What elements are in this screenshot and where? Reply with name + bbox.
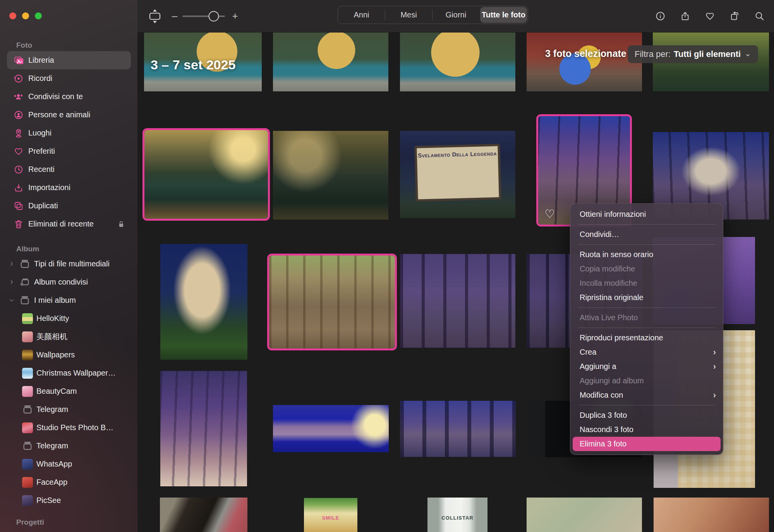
photo-thumbnail-smile-card[interactable]: SMILE	[304, 498, 357, 532]
info-icon[interactable]	[655, 11, 666, 21]
context-menu: Ottieni informazioniCondividi…Ruota in s…	[570, 203, 723, 455]
menu-item-nascondi-3-foto[interactable]: Nascondi 3 foto	[570, 422, 723, 437]
photo-thumbnail-hand-closeup[interactable]	[654, 498, 769, 532]
sidebar-item-ricordi[interactable]: Ricordi	[7, 69, 131, 88]
sidebar-item-tipi-di-file-multimediali[interactable]: Tipi di file multimediali	[7, 255, 131, 273]
photo-thumbnail-collistar-tube[interactable]: COLLISTAR	[427, 498, 487, 532]
submenu-chevron-icon: ›	[713, 347, 716, 357]
sidebar-item-telegram[interactable]: Telegram	[7, 437, 131, 455]
sidebar-item-faceapp[interactable]: FaceApp	[7, 473, 131, 491]
close-window-button[interactable]	[9, 12, 16, 19]
sidebar-item-label: Tipi di file multimediali	[34, 259, 110, 268]
sidebar-item-label: 美颜相机	[36, 331, 67, 342]
photo-thumbnail-cannon-pond-dark[interactable]	[273, 131, 388, 220]
sidebar-item-eliminati-di-recente[interactable]: Eliminati di recente	[7, 215, 131, 233]
favorite-icon[interactable]	[705, 11, 715, 21]
zoom-slider-knob[interactable]	[209, 11, 219, 21]
rotate-icon[interactable]	[729, 11, 740, 21]
menu-item-ripristina-originale[interactable]: Ripristina originale	[570, 290, 723, 305]
menu-item-label: Modifica con	[580, 391, 623, 400]
sidebar-item-importazioni[interactable]: Importazioni	[7, 178, 131, 197]
album-thumbnail	[22, 350, 33, 360]
sidebar-item-album-condivisi[interactable]: Album condivisi	[7, 273, 131, 291]
search-icon[interactable]	[754, 11, 765, 21]
tab-giorni[interactable]: Giorni	[432, 6, 479, 24]
sidebar-item-label: Duplicati	[28, 201, 58, 210]
sidebar-item-label: Luoghi	[28, 129, 51, 137]
sidebar-item-libreria[interactable]: Libreria	[7, 51, 131, 69]
sidebar-item-christmas-wallpaper[interactable]: Christmas Wallpaper…	[7, 364, 131, 382]
album-box-icon	[19, 259, 30, 269]
share-icon[interactable]	[680, 11, 690, 21]
zoom-slider[interactable]	[182, 15, 225, 17]
menu-item-ottieni-informazioni[interactable]: Ottieni informazioni	[570, 207, 723, 221]
sidebar-item-recenti[interactable]: Recenti	[7, 160, 131, 178]
photo-thumbnail-cannon-pond-sunny[interactable]	[142, 128, 270, 221]
menu-item-aggiungi-a[interactable]: Aggiungi a›	[570, 359, 723, 374]
sidebar-item-label: I miei album	[34, 296, 76, 305]
chevron-down-icon: ⌄	[745, 49, 751, 58]
sidebar-item-beautycam[interactable]: BeautyCam	[7, 382, 131, 400]
menu-item-label: Crea	[580, 348, 596, 357]
sidebar-item-label: Persone e animali	[28, 110, 90, 119]
menu-item-crea[interactable]: Crea›	[570, 345, 723, 359]
menu-item-elimina-3-foto[interactable]: Elimina 3 foto	[573, 437, 721, 451]
photo-thumbnail-plank-blue[interactable]	[400, 401, 516, 457]
menu-item-riproduci-presentazione[interactable]: Riproduci presentazione	[570, 331, 723, 345]
photo-sign-text: Svelamento Della Leggenda	[414, 144, 501, 202]
photo-thumbnail-purple-planks-1[interactable]	[400, 254, 515, 348]
photo-thumbnail-hide-banner-night[interactable]	[160, 244, 247, 360]
aspect-ratio-icon[interactable]	[148, 9, 161, 24]
sidebar-item-label: Recenti	[28, 165, 55, 174]
photo-thumbnail-fence-carving-portrait[interactable]	[160, 371, 247, 486]
sidebar-item-whatsapp[interactable]: WhatsApp	[7, 455, 131, 473]
sidebar-item-telegram[interactable]: Telegram	[7, 400, 131, 419]
sidebar-item-item[interactable]: 美颜相机	[7, 328, 131, 346]
sidebar-item-persone-e-animali[interactable]: Persone e animali	[7, 106, 131, 124]
favorite-heart-icon[interactable]: ♡	[544, 207, 555, 221]
photo-thumbnail-beige-blur[interactable]	[527, 498, 642, 532]
sidebar-section-foto: Foto	[16, 39, 137, 51]
favorites-icon	[13, 146, 24, 157]
photo-thumbnail-photoboard-3[interactable]	[400, 33, 515, 91]
sidebar-item-luoghi[interactable]: Luoghi	[7, 124, 131, 142]
tab-tutte-le-foto[interactable]: Tutte le foto	[480, 7, 527, 23]
menu-separator	[578, 328, 715, 328]
menu-item-label: Incolla modifiche	[580, 279, 637, 288]
menu-item-modifica-con[interactable]: Modifica con›	[570, 388, 723, 402]
zoom-in-button[interactable]: +	[230, 10, 240, 22]
menu-item-duplica-3-foto[interactable]: Duplica 3 foto	[570, 408, 723, 422]
lock-icon	[117, 220, 125, 228]
sidebar-item-duplicati[interactable]: Duplicati	[7, 197, 131, 215]
photo-thumbnail-ribbon-dancer[interactable]	[527, 33, 642, 91]
photo-thumbnail-glyph-banner-blue[interactable]	[273, 405, 389, 452]
menu-item-condividi[interactable]: Condividi…	[570, 227, 723, 242]
photo-thumbnail-car-interior[interactable]	[160, 498, 247, 532]
sidebar-item-preferiti[interactable]: Preferiti	[7, 142, 131, 160]
sidebar-item-label: Importazioni	[28, 183, 70, 192]
tab-mesi[interactable]: Mesi	[385, 6, 432, 24]
tab-anni[interactable]: Anni	[338, 6, 385, 24]
shared-album-icon	[19, 277, 30, 288]
chevron-right-icon[interactable]	[9, 261, 15, 267]
photo-thumbnail-heart-fence-sunny[interactable]	[267, 254, 397, 350]
chevron-down-icon[interactable]	[9, 297, 15, 304]
photo-thumbnail-legend-sign[interactable]: Svelamento Della Leggenda	[400, 131, 515, 218]
sidebar-item-hellokitty[interactable]: HelloKitty	[7, 309, 131, 328]
album-thumbnail	[22, 477, 33, 488]
zoom-window-button[interactable]	[35, 12, 42, 19]
sidebar-item-condivisi-con-te[interactable]: Condivisi con te	[7, 88, 131, 106]
minimize-window-button[interactable]	[22, 12, 29, 19]
sidebar-item-wallpapers[interactable]: Wallpapers	[7, 346, 131, 364]
zoom-out-button[interactable]: –	[170, 10, 179, 22]
trash-icon	[13, 218, 24, 230]
sidebar-item-label: FaceApp	[36, 478, 67, 487]
sidebar-item-picsee[interactable]: PicSee	[7, 491, 131, 510]
photo-thumbnail-photoboard-2[interactable]	[273, 33, 388, 91]
menu-item-ruota-in-senso-orario[interactable]: Ruota in senso orario	[570, 247, 723, 262]
menu-item-label: Ottieni informazioni	[580, 210, 646, 219]
sidebar-item-studio-pets-photo-b[interactable]: Studio Pets Photo B…	[7, 419, 131, 437]
chevron-right-icon[interactable]	[9, 279, 15, 285]
sidebar-item-i-miei-album[interactable]: I miei album	[7, 291, 131, 309]
filter-button[interactable]: Filtra per: Tutti gli elementi ⌄	[628, 45, 758, 63]
